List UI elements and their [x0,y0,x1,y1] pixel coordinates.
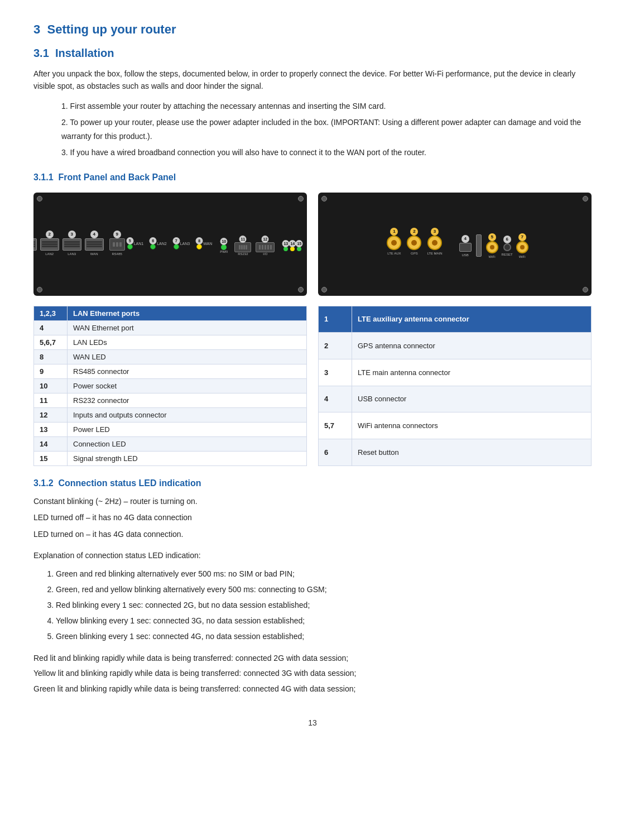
back-table-label: LTE auxiliary antenna connector [352,306,592,333]
back-table-row: 4USB connector [319,386,592,412]
front-table-row: 11RS232 connector [34,393,307,407]
num7: 7 [172,237,180,244]
corner-screw-tr2 [583,196,588,201]
lan1-port-group: 1 LAN1 [33,231,37,256]
page-number: 13 [33,718,592,727]
back-table-label: Reset button [352,439,592,465]
wan-port [85,238,104,251]
led-line-1: Constant blinking (~ 2Hz) – router is tu… [33,495,592,508]
num6: 6 [150,237,157,244]
corner-screw-tr [298,196,304,201]
front-table-row: 10Power socket [34,378,307,393]
back-table-label: WiFi antenna connectors [352,412,592,439]
back-top-row: 1 LTE AUX 2 GPS 3 LTE MAIN [376,228,453,255]
wifi1-conn [486,241,498,253]
wifi1-label: WiFi [489,255,496,258]
sim-slot [476,234,482,257]
front-table-label: Connection LED [68,436,307,451]
wifi2-label: WiFi [519,255,526,258]
led6 [150,244,156,249]
corner-screw-tl2 [321,196,327,201]
num4: 4 [90,231,98,238]
num9: 9 [113,231,121,238]
lan3-port-group: 3 LAN3 [62,231,81,256]
ant-conn2 [407,236,421,250]
front-table-row: 13Power LED [34,422,307,436]
back-num1: 1 [390,228,398,236]
back-table-row: 5,7WiFi antenna connectors [319,412,592,439]
front-table-row: 5,6,7LAN LEDs [34,335,307,349]
front-table-row: 12Inputs and outputs connector [34,407,307,422]
num5: 5 [126,237,133,244]
back-table-num: 6 [319,439,352,465]
back-table-num: 4 [319,386,352,412]
lan1-port [33,238,37,251]
rs485-port [109,238,125,251]
front-table-label: RS485 connector [68,364,307,378]
lte-aux-connector: 1 LTE AUX [387,228,401,255]
lte-main-label: LTE MAIN [427,252,442,255]
front-table-label: RS232 connector [68,393,307,407]
front-table-label: LAN Ethernet ports [68,306,307,320]
ant-conn1 [387,236,401,250]
corner-screw-bl [37,287,42,292]
front-panel-table: 1,2,3LAN Ethernet ports4WAN Ethernet por… [33,306,307,466]
front-table-num: 13 [34,422,68,436]
corner-screw-tl [37,196,42,201]
pwr-led-group: 10 PWR [220,238,228,253]
front-table-label: Inputs and outputs connector [68,407,307,422]
num8: 8 [196,237,203,244]
num15: 15 [296,240,303,247]
led5 [127,244,133,249]
led8 [196,244,202,249]
gps-label: GPS [411,252,418,255]
back-table-num: 5,7 [319,412,352,439]
section-311-heading: 3.1.1 Front Panel and Back Panel [33,172,592,183]
back-panel-diagram: 1 LTE AUX 2 GPS 3 LTE MAIN [318,193,592,296]
front-table-num: 1,2,3 [34,306,68,320]
back-table-label: USB connector [352,386,592,412]
wan-port-group: 4 WAN [85,231,104,256]
back-table-label: LTE main antenna connector [352,359,592,386]
rs232-group: 11 RS232 [234,236,251,256]
back-num5: 5 [488,233,496,241]
wifi2-connector-group: 7 WiFi [516,233,528,258]
corner-screw-br2 [583,287,588,292]
front-table-label: Power socket [68,378,307,393]
back-table-num: 2 [319,333,352,359]
extra-led-line: Yellow lit and blinking rapidly while da… [33,667,592,680]
led-list-item: Green blinking every 1 sec: connected 4G… [56,630,592,644]
corner-screw-bl2 [321,287,327,292]
spec-tables-container: 1,2,3LAN Ethernet ports4WAN Ethernet por… [33,306,592,466]
usb-connector-group: 4 USB [459,235,472,257]
back-table-row: 6Reset button [319,439,592,465]
front-table-num: 9 [34,364,68,378]
back-bottom-row: 4 USB 5 WiFi 6 RESET [454,233,534,258]
front-table-num: 5,6,7 [34,335,68,349]
front-table-num: 4 [34,320,68,335]
front-table-label: WAN Ethernet port [68,320,307,335]
reset-label: RESET [502,253,513,256]
wan-text: WAN [203,242,212,246]
led-list-item: Yellow blinking every 1 sec: connected 3… [56,614,592,628]
front-table-num: 10 [34,378,68,393]
rs232-text: RS232 [238,252,248,256]
back-table-row: 3LTE main antenna connector [319,359,592,386]
led-list-item: Green and red blinking alternatively eve… [56,567,592,581]
front-table-num: 11 [34,393,68,407]
reset-btn-group: 6 RESET [502,236,513,256]
front-table-row: 14Connection LED [34,436,307,451]
led-line-2: LED turned off – it has no 4G data conne… [33,511,592,525]
front-table-num: 14 [34,436,68,451]
lan3-label: LAN3 [68,252,76,256]
lte-aux-label: LTE AUX [387,252,401,255]
section-31-heading: 3.1 Installation [33,47,592,60]
led15-group: 15 [297,240,301,251]
led13-group: 13 [283,240,288,251]
front-table-label: Signal strength LED [68,451,307,465]
back-table-num: 3 [319,359,352,386]
back-num6: 6 [503,236,511,243]
usb-port [459,243,472,252]
lan3-port [62,238,81,251]
step-2: 2. To power up your router, please use t… [61,116,592,143]
